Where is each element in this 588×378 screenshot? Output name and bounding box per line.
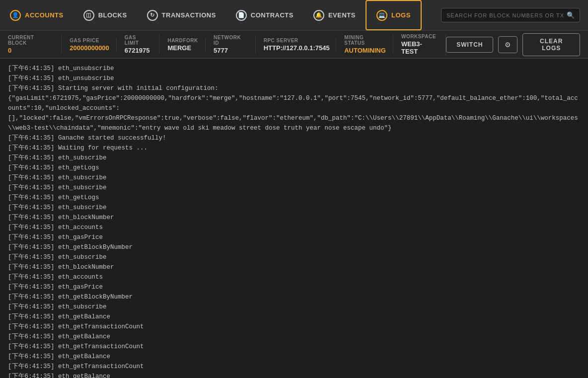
settings-button[interactable]: ⚙: [498, 36, 517, 53]
network-id-item: NETWORK ID 5777: [206, 35, 256, 54]
blocks-icon: ◫: [83, 10, 94, 21]
log-line: [下午6:41:35] eth_gasPrice: [8, 232, 580, 242]
status-actions: SWITCH ⚙ CLEAR LOGS: [446, 33, 580, 56]
gas-price-item: GAS PRICE 20000000000: [62, 38, 116, 52]
log-line: [下午6:41:35] eth_gasPrice: [8, 282, 580, 292]
transactions-icon: ↻: [147, 10, 158, 21]
nav-transactions[interactable]: ↻ TRANSACTIONS: [137, 0, 226, 30]
log-line: [下午6:41:35] eth_blockNumber: [8, 213, 580, 223]
log-line: [下午6:41:35] eth_accounts: [8, 272, 580, 282]
events-icon: 🔔: [313, 10, 324, 21]
nav-blocks[interactable]: ◫ BLOCKS: [74, 0, 137, 30]
nav-events[interactable]: 🔔 EVENTS: [303, 0, 366, 30]
log-line: [下午6:41:35] eth_subscribe: [8, 153, 580, 163]
log-line: [下午6:41:35] eth_unsubscribe: [8, 64, 580, 74]
log-line: [下午6:41:35] Ganache started successfully…: [8, 133, 580, 143]
mining-status-item: MINING STATUS AUTOMINING: [336, 35, 393, 54]
log-line: [下午6:41:35] eth_getLogs: [8, 163, 580, 173]
rpc-server-item: RPC SERVER HTTP://127.0.0.1:7545: [256, 38, 337, 52]
status-bar: CURRENT BLOCK 0 GAS PRICE 20000000000 GA…: [0, 31, 588, 59]
search-input[interactable]: [446, 12, 567, 18]
contracts-icon: 📄: [236, 10, 247, 21]
log-line: [下午6:41:35] eth_getBalance: [8, 352, 580, 362]
log-line: [下午6:41:35] eth_getLogs: [8, 193, 580, 203]
nav-contracts[interactable]: 📄 CONTRACTS: [226, 0, 303, 30]
log-line: [下午6:41:35] eth_subscribe: [8, 252, 580, 262]
log-line: [下午6:41:35] eth_accounts: [8, 223, 580, 232]
log-line: [下午6:41:35] Starting server with initial…: [8, 83, 580, 93]
log-line: [下午6:41:35] eth_getBalance: [8, 332, 580, 342]
log-line: [下午6:41:35] eth_unsubscribe: [8, 74, 580, 83]
log-line: [下午6:41:35] Waiting for requests ...: [8, 143, 580, 153]
log-line: [下午6:41:35] eth_getTransactionCount: [8, 362, 580, 372]
current-block-item: CURRENT BLOCK 0: [8, 35, 62, 54]
log-line: [下午6:41:35] eth_getTransactionCount: [8, 322, 580, 332]
gas-limit-item: GAS LIMIT 6721975: [117, 35, 160, 54]
search-icon: 🔍: [567, 11, 575, 19]
gear-icon: ⚙: [505, 41, 511, 49]
log-line: [下午6:41:35] eth_subscribe: [8, 173, 580, 183]
log-line: [下午6:41:35] eth_subscribe: [8, 203, 580, 213]
hardfork-item: HARDFORK MERGE: [159, 38, 206, 52]
log-line: [下午6:41:35] eth_subscribe: [8, 183, 580, 193]
switch-button[interactable]: SWITCH: [446, 37, 493, 53]
log-line: [下午6:41:35] eth_getBalance: [8, 312, 580, 322]
log-line: [下午6:41:35] eth_getTransactionCount: [8, 342, 580, 352]
log-output[interactable]: [下午6:41:35] eth_unsubscribe[下午6:41:35] e…: [0, 59, 588, 378]
search-container: 🔍: [441, 8, 580, 22]
log-line: [下午6:41:35] eth_getBlockByNumber: [8, 292, 580, 302]
log-line: [下午6:41:35] eth_getBalance: [8, 372, 580, 378]
nav-accounts[interactable]: 👤 ACCOUNTS: [0, 0, 74, 30]
top-navigation: 👤 ACCOUNTS ◫ BLOCKS ↻ TRANSACTIONS 📄 CON…: [0, 0, 588, 31]
log-line: [],"locked":false,"vmErrorsOnRPCResponse…: [8, 113, 580, 133]
workspace-item: WORKSPACE WEB3-TEST: [393, 34, 446, 55]
logs-icon: 💻: [376, 10, 387, 21]
clear-logs-button[interactable]: CLEAR LOGS: [522, 33, 580, 56]
log-line: {"gasLimit":6721975,"gasPrice":200000000…: [8, 93, 580, 113]
accounts-icon: 👤: [10, 10, 21, 21]
log-line: [下午6:41:35] eth_blockNumber: [8, 262, 580, 272]
log-line: [下午6:41:35] eth_subscribe: [8, 302, 580, 312]
log-line: [下午6:41:35] eth_getBlockByNumber: [8, 242, 580, 252]
nav-logs[interactable]: 💻 LOGS: [366, 0, 422, 30]
